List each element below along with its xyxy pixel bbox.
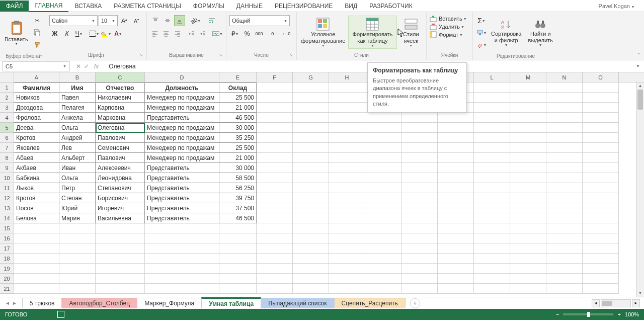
cell[interactable] <box>583 274 619 284</box>
cell[interactable] <box>474 143 510 153</box>
name-box[interactable]: C5▼ <box>2 61 70 71</box>
column-header[interactable]: L <box>474 72 510 82</box>
cell[interactable] <box>14 284 59 294</box>
conditional-formatting-button[interactable]: Условное форматирование▼ <box>300 16 346 48</box>
tab-file[interactable]: ФАЙЛ <box>0 1 29 12</box>
cell[interactable] <box>59 233 96 243</box>
cell[interactable]: Менеджер по продажам <box>145 143 219 153</box>
fill-color-button[interactable]: ▼ <box>101 28 112 39</box>
wrap-text-button[interactable] <box>206 15 217 26</box>
cell[interactable] <box>329 113 365 123</box>
cell[interactable] <box>329 274 365 284</box>
cell[interactable] <box>293 133 329 143</box>
cell[interactable] <box>293 254 329 264</box>
bold-button[interactable]: Ж <box>49 28 60 39</box>
cell[interactable] <box>510 254 546 264</box>
cell[interactable] <box>510 203 546 213</box>
cell[interactable] <box>401 264 438 274</box>
cell[interactable] <box>293 233 329 243</box>
cell[interactable] <box>510 243 546 254</box>
cell[interactable] <box>438 133 474 143</box>
cell[interactable] <box>365 254 401 264</box>
sort-filter-button[interactable]: АЯ Сортировка и фильтр▼ <box>489 18 523 47</box>
scroll-down-button[interactable]: ▼ <box>636 290 644 297</box>
row-header[interactable]: 1 <box>0 82 14 93</box>
font-size-select[interactable]: 10▼ <box>99 15 118 26</box>
cell[interactable] <box>546 173 583 183</box>
row-header[interactable]: 20 <box>0 274 14 284</box>
fill-button[interactable]: ▼ <box>476 27 487 38</box>
cell[interactable]: Менеджер по продажам <box>145 103 219 113</box>
cell[interactable] <box>96 264 145 274</box>
cell[interactable] <box>438 143 474 153</box>
cell[interactable] <box>293 173 329 183</box>
cell[interactable] <box>546 123 583 133</box>
cell[interactable]: Менеджер по продажам <box>145 153 219 163</box>
cell[interactable]: 56 250 <box>219 183 257 193</box>
formula-cancel-button[interactable]: ✕ <box>76 63 81 70</box>
cell[interactable] <box>293 113 329 123</box>
cell[interactable] <box>219 243 257 254</box>
cell[interactable] <box>546 203 583 213</box>
sheet-tab-1[interactable]: 5 трюков <box>22 298 62 308</box>
cell[interactable]: Олеговна <box>96 123 145 133</box>
cell[interactable] <box>401 193 438 203</box>
cell[interactable]: Новиков <box>14 93 59 103</box>
row-header[interactable]: 11 <box>0 183 14 193</box>
cell[interactable] <box>401 183 438 193</box>
percent-format-button[interactable]: % <box>242 28 253 39</box>
cell[interactable] <box>474 123 510 133</box>
cell[interactable] <box>145 284 219 294</box>
cell[interactable]: Юрий <box>59 203 96 213</box>
column-header[interactable]: G <box>293 72 329 82</box>
cell[interactable] <box>583 254 619 264</box>
cell[interactable]: Кротов <box>14 193 59 203</box>
sheet-tab-2[interactable]: Автоподбор_Столбец <box>61 298 137 308</box>
column-header[interactable]: E <box>219 72 257 82</box>
cell[interactable] <box>583 163 619 173</box>
cell[interactable] <box>365 223 401 233</box>
align-bottom-button[interactable] <box>174 15 185 26</box>
cell[interactable] <box>438 113 474 123</box>
cell[interactable] <box>329 243 365 254</box>
scroll-thumb[interactable] <box>637 90 643 110</box>
cell[interactable]: Степанович <box>96 183 145 193</box>
row-header[interactable]: 3 <box>0 103 14 113</box>
column-header[interactable]: D <box>145 72 219 82</box>
cell[interactable] <box>546 243 583 254</box>
cell[interactable] <box>365 213 401 223</box>
cell[interactable] <box>293 243 329 254</box>
row-header[interactable]: 21 <box>0 284 14 294</box>
cell[interactable] <box>257 183 293 193</box>
cell[interactable] <box>510 163 546 173</box>
cell[interactable] <box>365 203 401 213</box>
cell[interactable] <box>293 203 329 213</box>
cell[interactable] <box>329 223 365 233</box>
cell[interactable] <box>257 284 293 294</box>
cell[interactable]: 46 500 <box>219 213 257 223</box>
zoom-in-button[interactable]: + <box>617 311 620 317</box>
zoom-out-button[interactable]: − <box>556 311 559 317</box>
cell[interactable] <box>583 93 619 103</box>
cell[interactable] <box>438 254 474 264</box>
cell[interactable] <box>257 103 293 113</box>
cell[interactable]: Представитель <box>145 203 219 213</box>
cell[interactable] <box>583 113 619 123</box>
underline-button[interactable]: Ч▼ <box>73 28 85 39</box>
decrease-decimal-button[interactable]: ←.0 <box>281 28 292 39</box>
collapse-ribbon-button[interactable]: ˄ <box>637 52 640 58</box>
cell[interactable] <box>546 274 583 284</box>
row-header[interactable]: 19 <box>0 264 14 274</box>
cell[interactable] <box>546 93 583 103</box>
cell[interactable] <box>583 193 619 203</box>
cell[interactable]: Белова <box>14 213 59 223</box>
cell[interactable] <box>59 243 96 254</box>
cell[interactable] <box>583 173 619 183</box>
font-dialog-launcher[interactable]: ↘ <box>139 53 145 59</box>
cell[interactable]: Представитель <box>145 213 219 223</box>
cell[interactable]: Абаев <box>14 153 59 163</box>
cell[interactable] <box>474 254 510 264</box>
cell[interactable] <box>510 93 546 103</box>
cell[interactable] <box>438 284 474 294</box>
align-dialog-launcher[interactable]: ↘ <box>219 53 225 59</box>
